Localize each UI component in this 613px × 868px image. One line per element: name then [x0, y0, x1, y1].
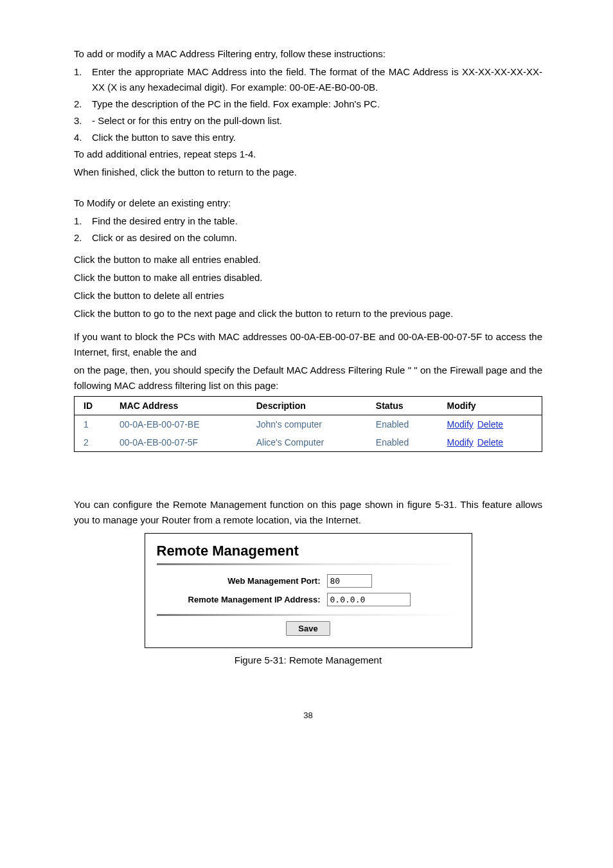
step-b1-num: 1.	[74, 213, 92, 229]
save-button[interactable]: Save	[286, 621, 330, 636]
web-port-input[interactable]	[327, 574, 372, 588]
row-remote-ip: Remote Management IP Address:	[157, 593, 460, 606]
cell-mac: 00-0A-EB-00-07-5F	[111, 433, 247, 452]
step-a3-num: 3.	[74, 113, 92, 129]
step-b1-text: Find the desired entry in the table.	[92, 213, 542, 229]
table-row: 1 00-0A-EB-00-07-BE John's computer Enab…	[75, 415, 542, 434]
remote-ip-label: Remote Management IP Address:	[157, 595, 327, 604]
click-line-4: Click the button to go to the next page …	[74, 306, 542, 321]
step-a4-num: 4.	[74, 130, 92, 145]
row-web-port: Web Management Port:	[157, 574, 460, 588]
example-line-2: on the page, then, you should specify th…	[74, 363, 542, 393]
col-id: ID	[75, 397, 111, 415]
figure-caption: Figure 5-31: Remote Management	[74, 655, 542, 665]
table-row: 2 00-0A-EB-00-07-5F Alice's Computer Ena…	[75, 433, 542, 452]
cell-id: 1	[75, 415, 111, 434]
step-a2: 2. Type the description of the PC in the…	[74, 96, 542, 112]
step-a3: 3. - Select or for this entry on the pul…	[74, 113, 542, 129]
remote-management-panel: Remote Management Web Management Port: R…	[145, 533, 472, 648]
mac-filter-table: ID MAC Address Description Status Modify…	[74, 396, 542, 452]
delete-link[interactable]: Delete	[477, 437, 503, 448]
modify-link[interactable]: Modify	[447, 419, 474, 429]
step-b2: 2. Click or as desired on the column.	[74, 230, 542, 246]
cell-mac: 00-0A-EB-00-07-BE	[111, 415, 247, 434]
step-a2-text: Type the description of the PC in the fi…	[92, 96, 542, 112]
intro-add-modify: To add or modify a MAC Address Filtering…	[74, 46, 542, 62]
remote-ip-input[interactable]	[327, 593, 411, 606]
click-line-2: Click the button to make all entries dis…	[74, 270, 542, 285]
step-b2-text: Click or as desired on the column.	[92, 230, 542, 246]
cell-status: Enabled	[367, 433, 438, 452]
after-a2: When finished, click the button to retur…	[74, 165, 542, 180]
cell-modify: Modify Delete	[438, 415, 542, 434]
step-a4-text: Click the button to save this entry.	[92, 130, 542, 145]
cell-id: 2	[75, 433, 111, 452]
cell-desc: John's computer	[247, 415, 367, 434]
step-a4: 4. Click the button to save this entry.	[74, 130, 542, 145]
intro-modify-delete: To Modify or delete an existing entry:	[74, 195, 542, 211]
step-b1: 1. Find the desired entry in the table.	[74, 213, 542, 229]
step-a1-text: Enter the appropriate MAC Address into t…	[92, 64, 542, 95]
step-a3-text: - Select or for this entry on the pull-d…	[92, 113, 542, 129]
col-desc: Description	[247, 397, 367, 415]
mac-table-header-row: ID MAC Address Description Status Modify	[75, 397, 542, 415]
remote-management-title: Remote Management	[157, 543, 460, 559]
col-mac: MAC Address	[111, 397, 247, 415]
step-a2-num: 2.	[74, 96, 92, 112]
cell-modify: Modify Delete	[438, 433, 542, 452]
after-a1: To add additional entries, repeat steps …	[74, 147, 542, 162]
divider	[157, 563, 460, 565]
col-status: Status	[367, 397, 438, 415]
web-port-label: Web Management Port:	[157, 576, 327, 586]
step-a1-num: 1.	[74, 64, 92, 95]
click-line-3: Click the button to delete all entries	[74, 288, 542, 303]
modify-link[interactable]: Modify	[447, 437, 474, 448]
remote-management-intro: You can configure the Remote Management …	[74, 497, 542, 528]
cell-desc: Alice's Computer	[247, 433, 367, 452]
col-modify: Modify	[438, 397, 542, 415]
step-a1: 1. Enter the appropriate MAC Address int…	[74, 64, 542, 95]
cell-status: Enabled	[367, 415, 438, 434]
example-line-1: If you want to block the PCs with MAC ad…	[74, 329, 542, 360]
page-number: 38	[74, 710, 542, 720]
click-line-1: Click the button to make all entries ena…	[74, 252, 542, 267]
divider	[157, 614, 460, 616]
step-b2-num: 2.	[74, 230, 92, 246]
delete-link[interactable]: Delete	[477, 419, 503, 429]
